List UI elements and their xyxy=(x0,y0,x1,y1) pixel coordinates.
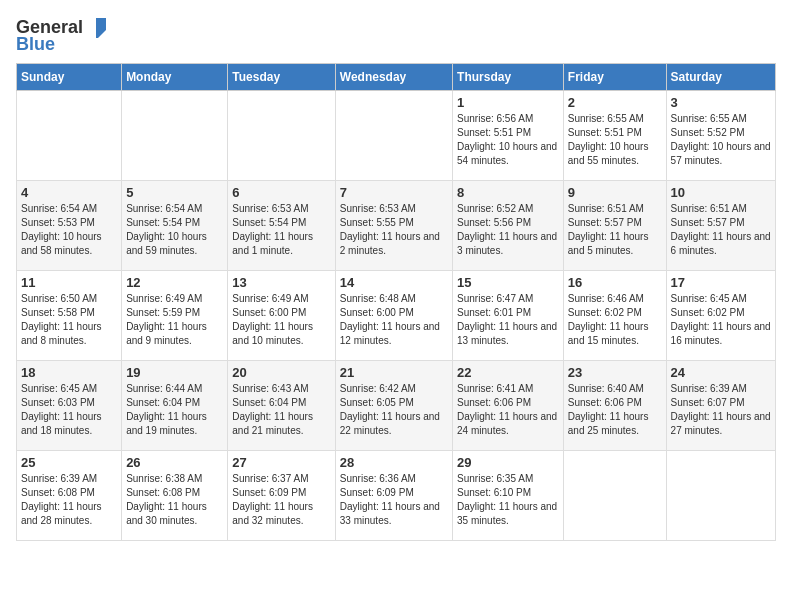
day-info: Sunrise: 6:47 AM Sunset: 6:01 PM Dayligh… xyxy=(457,292,559,348)
day-number: 11 xyxy=(21,275,117,290)
day-info: Sunrise: 6:56 AM Sunset: 5:51 PM Dayligh… xyxy=(457,112,559,168)
day-cell xyxy=(666,451,775,541)
day-cell: 4Sunrise: 6:54 AM Sunset: 5:53 PM Daylig… xyxy=(17,181,122,271)
day-info: Sunrise: 6:49 AM Sunset: 6:00 PM Dayligh… xyxy=(232,292,330,348)
day-number: 19 xyxy=(126,365,223,380)
day-info: Sunrise: 6:38 AM Sunset: 6:08 PM Dayligh… xyxy=(126,472,223,528)
day-cell: 22Sunrise: 6:41 AM Sunset: 6:06 PM Dayli… xyxy=(453,361,564,451)
day-cell: 7Sunrise: 6:53 AM Sunset: 5:55 PM Daylig… xyxy=(335,181,452,271)
calendar-table: SundayMondayTuesdayWednesdayThursdayFrid… xyxy=(16,63,776,541)
day-number: 23 xyxy=(568,365,662,380)
day-cell: 21Sunrise: 6:42 AM Sunset: 6:05 PM Dayli… xyxy=(335,361,452,451)
day-cell: 2Sunrise: 6:55 AM Sunset: 5:51 PM Daylig… xyxy=(563,91,666,181)
day-cell: 6Sunrise: 6:53 AM Sunset: 5:54 PM Daylig… xyxy=(228,181,335,271)
day-cell: 9Sunrise: 6:51 AM Sunset: 5:57 PM Daylig… xyxy=(563,181,666,271)
day-cell: 18Sunrise: 6:45 AM Sunset: 6:03 PM Dayli… xyxy=(17,361,122,451)
day-number: 10 xyxy=(671,185,771,200)
day-number: 2 xyxy=(568,95,662,110)
day-info: Sunrise: 6:39 AM Sunset: 6:08 PM Dayligh… xyxy=(21,472,117,528)
day-number: 21 xyxy=(340,365,448,380)
day-cell xyxy=(228,91,335,181)
day-cell: 16Sunrise: 6:46 AM Sunset: 6:02 PM Dayli… xyxy=(563,271,666,361)
day-cell: 1Sunrise: 6:56 AM Sunset: 5:51 PM Daylig… xyxy=(453,91,564,181)
week-row-1: 1Sunrise: 6:56 AM Sunset: 5:51 PM Daylig… xyxy=(17,91,776,181)
day-info: Sunrise: 6:48 AM Sunset: 6:00 PM Dayligh… xyxy=(340,292,448,348)
day-info: Sunrise: 6:35 AM Sunset: 6:10 PM Dayligh… xyxy=(457,472,559,528)
week-row-3: 11Sunrise: 6:50 AM Sunset: 5:58 PM Dayli… xyxy=(17,271,776,361)
day-info: Sunrise: 6:51 AM Sunset: 5:57 PM Dayligh… xyxy=(671,202,771,258)
day-number: 17 xyxy=(671,275,771,290)
day-cell: 8Sunrise: 6:52 AM Sunset: 5:56 PM Daylig… xyxy=(453,181,564,271)
day-cell xyxy=(563,451,666,541)
day-info: Sunrise: 6:55 AM Sunset: 5:52 PM Dayligh… xyxy=(671,112,771,168)
week-row-2: 4Sunrise: 6:54 AM Sunset: 5:53 PM Daylig… xyxy=(17,181,776,271)
page-header: General Blue xyxy=(16,16,776,55)
day-info: Sunrise: 6:51 AM Sunset: 5:57 PM Dayligh… xyxy=(568,202,662,258)
day-info: Sunrise: 6:36 AM Sunset: 6:09 PM Dayligh… xyxy=(340,472,448,528)
day-number: 29 xyxy=(457,455,559,470)
day-cell: 5Sunrise: 6:54 AM Sunset: 5:54 PM Daylig… xyxy=(122,181,228,271)
day-info: Sunrise: 6:50 AM Sunset: 5:58 PM Dayligh… xyxy=(21,292,117,348)
calendar-header-row: SundayMondayTuesdayWednesdayThursdayFrid… xyxy=(17,64,776,91)
day-info: Sunrise: 6:53 AM Sunset: 5:54 PM Dayligh… xyxy=(232,202,330,258)
day-info: Sunrise: 6:52 AM Sunset: 5:56 PM Dayligh… xyxy=(457,202,559,258)
header-wednesday: Wednesday xyxy=(335,64,452,91)
logo: General Blue xyxy=(16,16,107,55)
day-cell: 28Sunrise: 6:36 AM Sunset: 6:09 PM Dayli… xyxy=(335,451,452,541)
day-info: Sunrise: 6:53 AM Sunset: 5:55 PM Dayligh… xyxy=(340,202,448,258)
day-number: 28 xyxy=(340,455,448,470)
header-sunday: Sunday xyxy=(17,64,122,91)
logo-icon xyxy=(84,16,106,38)
day-info: Sunrise: 6:45 AM Sunset: 6:02 PM Dayligh… xyxy=(671,292,771,348)
header-friday: Friday xyxy=(563,64,666,91)
day-cell xyxy=(335,91,452,181)
day-number: 26 xyxy=(126,455,223,470)
day-cell: 26Sunrise: 6:38 AM Sunset: 6:08 PM Dayli… xyxy=(122,451,228,541)
day-cell xyxy=(122,91,228,181)
day-number: 20 xyxy=(232,365,330,380)
day-number: 7 xyxy=(340,185,448,200)
day-info: Sunrise: 6:42 AM Sunset: 6:05 PM Dayligh… xyxy=(340,382,448,438)
day-number: 13 xyxy=(232,275,330,290)
day-number: 9 xyxy=(568,185,662,200)
day-cell: 10Sunrise: 6:51 AM Sunset: 5:57 PM Dayli… xyxy=(666,181,775,271)
day-number: 1 xyxy=(457,95,559,110)
day-cell: 11Sunrise: 6:50 AM Sunset: 5:58 PM Dayli… xyxy=(17,271,122,361)
day-info: Sunrise: 6:39 AM Sunset: 6:07 PM Dayligh… xyxy=(671,382,771,438)
day-number: 4 xyxy=(21,185,117,200)
day-number: 15 xyxy=(457,275,559,290)
day-info: Sunrise: 6:43 AM Sunset: 6:04 PM Dayligh… xyxy=(232,382,330,438)
day-info: Sunrise: 6:46 AM Sunset: 6:02 PM Dayligh… xyxy=(568,292,662,348)
day-number: 22 xyxy=(457,365,559,380)
day-cell: 13Sunrise: 6:49 AM Sunset: 6:00 PM Dayli… xyxy=(228,271,335,361)
day-number: 3 xyxy=(671,95,771,110)
header-thursday: Thursday xyxy=(453,64,564,91)
day-number: 5 xyxy=(126,185,223,200)
header-monday: Monday xyxy=(122,64,228,91)
day-info: Sunrise: 6:41 AM Sunset: 6:06 PM Dayligh… xyxy=(457,382,559,438)
week-row-4: 18Sunrise: 6:45 AM Sunset: 6:03 PM Dayli… xyxy=(17,361,776,451)
day-cell: 20Sunrise: 6:43 AM Sunset: 6:04 PM Dayli… xyxy=(228,361,335,451)
day-cell: 15Sunrise: 6:47 AM Sunset: 6:01 PM Dayli… xyxy=(453,271,564,361)
week-row-5: 25Sunrise: 6:39 AM Sunset: 6:08 PM Dayli… xyxy=(17,451,776,541)
day-info: Sunrise: 6:54 AM Sunset: 5:53 PM Dayligh… xyxy=(21,202,117,258)
header-tuesday: Tuesday xyxy=(228,64,335,91)
day-cell: 25Sunrise: 6:39 AM Sunset: 6:08 PM Dayli… xyxy=(17,451,122,541)
day-number: 27 xyxy=(232,455,330,470)
day-info: Sunrise: 6:37 AM Sunset: 6:09 PM Dayligh… xyxy=(232,472,330,528)
day-info: Sunrise: 6:54 AM Sunset: 5:54 PM Dayligh… xyxy=(126,202,223,258)
day-number: 18 xyxy=(21,365,117,380)
day-info: Sunrise: 6:45 AM Sunset: 6:03 PM Dayligh… xyxy=(21,382,117,438)
day-number: 16 xyxy=(568,275,662,290)
day-number: 8 xyxy=(457,185,559,200)
day-info: Sunrise: 6:55 AM Sunset: 5:51 PM Dayligh… xyxy=(568,112,662,168)
day-info: Sunrise: 6:40 AM Sunset: 6:06 PM Dayligh… xyxy=(568,382,662,438)
day-cell: 24Sunrise: 6:39 AM Sunset: 6:07 PM Dayli… xyxy=(666,361,775,451)
day-number: 24 xyxy=(671,365,771,380)
logo-blue-text: Blue xyxy=(16,34,55,55)
day-info: Sunrise: 6:44 AM Sunset: 6:04 PM Dayligh… xyxy=(126,382,223,438)
day-cell: 14Sunrise: 6:48 AM Sunset: 6:00 PM Dayli… xyxy=(335,271,452,361)
day-cell xyxy=(17,91,122,181)
day-cell: 23Sunrise: 6:40 AM Sunset: 6:06 PM Dayli… xyxy=(563,361,666,451)
day-cell: 19Sunrise: 6:44 AM Sunset: 6:04 PM Dayli… xyxy=(122,361,228,451)
